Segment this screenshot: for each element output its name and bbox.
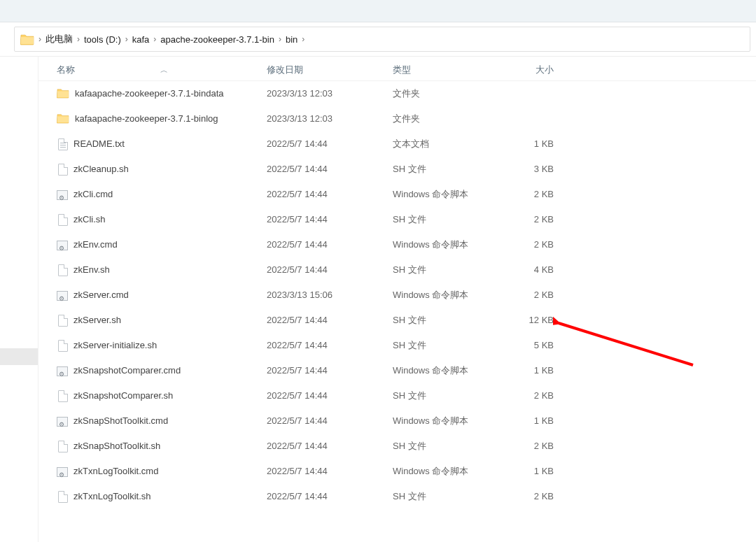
file-icon bbox=[58, 340, 68, 352]
file-name-label: zkCli.sh bbox=[74, 212, 106, 227]
file-row[interactable]: zkCli.sh2022/5/7 14:44SH 文件2 KB bbox=[38, 207, 756, 232]
folder-icon bbox=[57, 87, 69, 100]
cmd-file-icon bbox=[57, 241, 68, 250]
file-row[interactable]: zkServer.sh2022/5/7 14:44SH 文件12 KB bbox=[38, 308, 756, 333]
file-date-cell: 2022/5/7 14:44 bbox=[267, 363, 393, 378]
file-type-cell: SH 文件 bbox=[393, 212, 498, 227]
breadcrumb-item[interactable]: bin bbox=[286, 34, 298, 45]
file-row[interactable]: zkEnv.sh2022/5/7 14:44SH 文件4 KB bbox=[38, 257, 756, 283]
file-row[interactable]: zkSnapshotComparer.sh2022/5/7 14:44SH 文件… bbox=[38, 383, 756, 408]
file-name-cell: zkSnapshotComparer.sh bbox=[57, 388, 267, 404]
file-date-cell: 2022/5/7 14:44 bbox=[267, 413, 393, 429]
file-name-label: zkSnapshotComparer.cmd bbox=[74, 363, 181, 378]
file-name-cell: zkTxnLogToolkit.sh bbox=[57, 489, 267, 504]
file-row[interactable]: zkSnapShotToolkit.sh2022/5/7 14:44SH 文件2… bbox=[38, 434, 756, 459]
column-header-name[interactable]: 名称 ︿ bbox=[57, 64, 267, 76]
file-size-cell: 2 KB bbox=[498, 388, 554, 404]
file-date-cell: 2022/5/7 14:44 bbox=[267, 262, 393, 278]
file-size-cell: 1 KB bbox=[498, 464, 554, 479]
file-row[interactable]: zkCleanup.sh2022/5/7 14:44SH 文件3 KB bbox=[38, 157, 756, 182]
file-icon bbox=[58, 164, 68, 176]
chevron-right-icon: › bbox=[279, 34, 281, 44]
file-row[interactable]: zkServer.cmd2023/3/13 15:06Windows 命令脚本2… bbox=[38, 283, 756, 308]
breadcrumb-item[interactable]: tools (D:) bbox=[84, 34, 121, 45]
file-date-cell: 2022/5/7 14:44 bbox=[267, 388, 393, 404]
file-name-label: zkServer.cmd bbox=[74, 287, 129, 303]
file-name-cell: zkEnv.cmd bbox=[57, 237, 267, 252]
file-row[interactable]: zkTxnLogToolkit.sh2022/5/7 14:44SH 文件2 K… bbox=[38, 484, 756, 509]
file-row[interactable]: zkSnapShotToolkit.cmd2022/5/7 14:44Windo… bbox=[38, 408, 756, 434]
file-size-cell: 2 KB bbox=[498, 212, 554, 227]
file-name-cell: zkSnapShotToolkit.cmd bbox=[57, 413, 267, 429]
file-name-cell: zkServer-initialize.sh bbox=[57, 338, 267, 353]
file-name-label: zkServer-initialize.sh bbox=[74, 338, 157, 353]
file-size-cell: 3 KB bbox=[498, 162, 554, 177]
file-row[interactable]: zkTxnLogToolkit.cmd2022/5/7 14:44Windows… bbox=[38, 459, 756, 484]
file-name-cell: zkCli.sh bbox=[57, 212, 267, 227]
breadcrumb-item[interactable]: apache-zookeeper-3.7.1-bin bbox=[160, 34, 274, 45]
file-icon bbox=[58, 491, 68, 503]
file-size-cell: 12 KB bbox=[498, 313, 554, 328]
file-type-cell: Windows 命令脚本 bbox=[393, 237, 498, 252]
file-name-label: zkTxnLogToolkit.cmd bbox=[74, 464, 158, 479]
window-titlebar bbox=[0, 0, 756, 22]
chevron-right-icon: › bbox=[125, 34, 128, 44]
file-list-panel: 名称 ︿ 修改日期 类型 大小 kafaapache-zookeeper-3.7… bbox=[38, 57, 756, 542]
file-name-label: zkEnv.cmd bbox=[74, 237, 118, 252]
file-date-cell: 2022/5/7 14:44 bbox=[267, 338, 393, 353]
file-name-cell: zkCleanup.sh bbox=[57, 162, 267, 177]
file-date-cell: 2022/5/7 14:44 bbox=[267, 136, 393, 152]
file-size-cell: 2 KB bbox=[498, 489, 554, 504]
file-icon bbox=[58, 390, 68, 402]
file-type-cell: SH 文件 bbox=[393, 388, 498, 404]
file-type-cell: Windows 命令脚本 bbox=[393, 464, 498, 479]
file-name-label: zkSnapShotToolkit.cmd bbox=[74, 413, 168, 429]
file-name-label: zkCleanup.sh bbox=[74, 162, 129, 177]
file-name-cell: zkSnapshotComparer.cmd bbox=[57, 363, 267, 378]
address-box[interactable]: › 此电脑 › tools (D:) › kafa › apache-zooke… bbox=[14, 27, 750, 52]
file-name-cell: zkTxnLogToolkit.cmd bbox=[57, 464, 267, 479]
file-date-cell: 2022/5/7 14:44 bbox=[267, 237, 393, 252]
file-row[interactable]: zkServer-initialize.sh2022/5/7 14:44SH 文… bbox=[38, 333, 756, 358]
file-date-cell: 2023/3/13 15:06 bbox=[267, 287, 393, 303]
column-header-size[interactable]: 大小 bbox=[498, 64, 554, 76]
file-row[interactable]: zkCli.cmd2022/5/7 14:44Windows 命令脚本2 KB bbox=[38, 182, 756, 207]
file-type-cell: Windows 命令脚本 bbox=[393, 363, 498, 378]
column-header-type[interactable]: 类型 bbox=[393, 64, 498, 76]
breadcrumb-bar: › 此电脑 › tools (D:) › kafa › apache-zooke… bbox=[0, 22, 756, 57]
file-size-cell: 2 KB bbox=[498, 438, 554, 454]
file-name-cell: zkCli.cmd bbox=[57, 187, 267, 202]
file-list: kafaapache-zookeeper-3.7.1-bindata2023/3… bbox=[38, 81, 756, 509]
text-file-icon bbox=[58, 138, 68, 150]
cmd-file-icon bbox=[57, 190, 68, 200]
file-name-label: kafaapache-zookeeper-3.7.1-binlog bbox=[75, 111, 218, 127]
file-date-cell: 2023/3/13 12:03 bbox=[267, 86, 393, 101]
file-type-cell: SH 文件 bbox=[393, 338, 498, 353]
file-row[interactable]: zkEnv.cmd2022/5/7 14:44Windows 命令脚本2 KB bbox=[38, 232, 756, 257]
file-type-cell: 文件夹 bbox=[393, 111, 498, 127]
file-row[interactable]: kafaapache-zookeeper-3.7.1-binlog2023/3/… bbox=[38, 106, 756, 131]
sidebar-item-active[interactable] bbox=[0, 348, 38, 365]
file-type-cell: 文本文档 bbox=[393, 136, 498, 152]
file-size-cell: 2 KB bbox=[498, 187, 554, 202]
main-area: ) 名称 ︿ 修改日期 类型 大小 kafaapache-zookeeper-3… bbox=[0, 57, 756, 542]
file-type-cell: SH 文件 bbox=[393, 313, 498, 328]
column-header-date[interactable]: 修改日期 bbox=[267, 64, 393, 76]
file-date-cell: 2022/5/7 14:44 bbox=[267, 438, 393, 454]
file-name-cell: zkSnapShotToolkit.sh bbox=[57, 438, 267, 454]
sidebar: ) bbox=[0, 57, 38, 542]
breadcrumb-item[interactable]: 此电脑 bbox=[46, 33, 73, 45]
file-type-cell: SH 文件 bbox=[393, 262, 498, 278]
file-row[interactable]: zkSnapshotComparer.cmd2022/5/7 14:44Wind… bbox=[38, 358, 756, 383]
file-name-label: zkCli.cmd bbox=[74, 187, 113, 202]
breadcrumb-item[interactable]: kafa bbox=[132, 34, 150, 45]
file-name-label: zkServer.sh bbox=[74, 313, 121, 328]
file-row[interactable]: kafaapache-zookeeper-3.7.1-bindata2023/3… bbox=[38, 81, 756, 106]
file-size-cell: 5 KB bbox=[498, 338, 554, 353]
file-date-cell: 2022/5/7 14:44 bbox=[267, 212, 393, 227]
file-row[interactable]: README.txt2022/5/7 14:44文本文档1 KB bbox=[38, 131, 756, 157]
file-type-cell: Windows 命令脚本 bbox=[393, 413, 498, 429]
file-size-cell: 4 KB bbox=[498, 262, 554, 278]
file-name-cell: kafaapache-zookeeper-3.7.1-binlog bbox=[57, 111, 267, 127]
column-headers: 名称 ︿ 修改日期 类型 大小 bbox=[38, 59, 756, 81]
